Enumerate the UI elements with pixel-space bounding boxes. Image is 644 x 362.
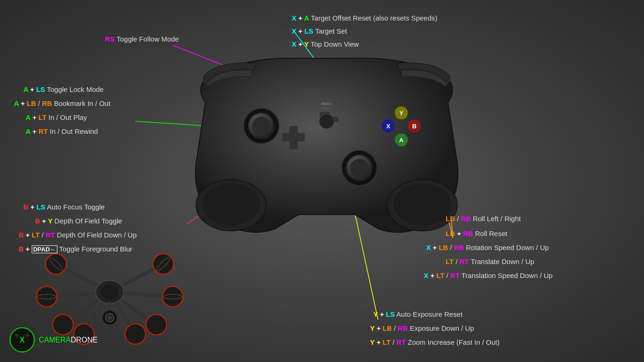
key-x: X [292, 14, 296, 22]
svg-point-44 [36, 286, 57, 307]
key-y2: Y [48, 217, 53, 225]
key-lt4: LT [436, 272, 444, 279]
label-lb-rb: Roll Left / Right [473, 215, 521, 223]
annotation-a-lb-rb: A + LB / RB Bookmark In / Out [14, 99, 111, 107]
label-a-rt: In / Out Rewind [50, 127, 98, 135]
key-b2: B [35, 217, 40, 225]
key-ls4: LS [386, 310, 395, 318]
svg-text:X: X [20, 336, 25, 344]
annotation-y-ls: Y + LS Auto Exposure Reset [373, 310, 462, 318]
key-y3: Y [373, 310, 378, 318]
annotation-a-rt: A + RT In / Out Rewind [26, 127, 98, 135]
label-x-lt-rt: Translation Speed Down / Up [462, 272, 553, 279]
annotation-b-ls: B + LS Auto Focus Toggle [23, 203, 105, 211]
key-x2: X [292, 27, 296, 35]
annotation-lb-rb: LB / RB Roll Left / Right [446, 215, 521, 223]
key-rt3: RT [460, 258, 469, 265]
key-rb4: RB [454, 244, 464, 251]
annotation-x-y: X + Y Top Down View [292, 40, 359, 48]
annotation-x-ls: X + LS Target Set [292, 27, 347, 35]
key-rb5: RB [398, 324, 408, 332]
svg-point-42 [46, 254, 66, 274]
svg-text:Pro 2: Pro 2 [323, 107, 331, 110]
svg-point-11 [202, 183, 260, 225]
logo-camera-text: CAMERA [39, 336, 70, 344]
key-rb: RB [42, 99, 52, 107]
key-x4: X [426, 244, 431, 251]
svg-point-18 [350, 159, 369, 177]
annotation-x-lb-rb: X + LB / RB Rotation Speed Down / Up [426, 244, 549, 251]
annotation-x-lt-rt: X + LT / RT Translation Speed Down / Up [424, 272, 553, 279]
svg-rect-20 [282, 133, 305, 141]
svg-point-31 [319, 114, 334, 129]
label-x-ls: Target Set [315, 27, 347, 35]
svg-text:B: B [412, 123, 416, 130]
logo-drone-text: DRONE [70, 336, 98, 344]
label-b-y: Depth Of Field Toggle [55, 217, 122, 225]
label-x-lb-rb: Rotation Speed Down / Up [466, 244, 549, 251]
label-a-lt: In / Out Play [49, 113, 87, 121]
key-lt5: LT [383, 338, 391, 346]
key-lt3: LT [446, 258, 454, 265]
label-lb-rb-reset: Roll Reset [475, 230, 507, 237]
key-a: A [304, 14, 309, 22]
label-y-ls: Auto Exposure Reset [396, 310, 462, 318]
key-rb2: RB [461, 215, 471, 223]
logo-text: CAMERADRONE [39, 336, 98, 344]
label-x-y: Top Down View [311, 40, 359, 48]
label-x-a: Target Offset Reset (also resets Speeds) [311, 14, 437, 22]
annotation-y-lt-rt: Y + LT / RT Zoom Increase (Fast In / Out… [370, 338, 499, 346]
svg-point-12 [393, 183, 451, 225]
key-rs: RS [105, 35, 115, 43]
label-y-lt-rt: Zoom Increase (Fast In / Out) [408, 338, 500, 346]
annotation-rs: RS Toggle Follow Mode [105, 35, 179, 43]
key-lb2: LB [446, 215, 455, 223]
label-rs: Toggle Follow Mode [117, 35, 179, 43]
key-lb5: LB [383, 324, 392, 332]
key-rt4: RT [450, 272, 460, 279]
annotation-a-lt: A + LT In / Out Play [26, 113, 87, 121]
svg-point-59 [107, 315, 112, 320]
key-y5: Y [370, 338, 375, 346]
key-a3: A [14, 99, 19, 107]
key-b: B [23, 203, 28, 211]
key-b4: B [19, 245, 24, 253]
svg-point-15 [252, 117, 271, 135]
key-lt: LT [38, 113, 46, 121]
label-y-lb-rb: Exposure Down / Up [410, 324, 474, 332]
svg-text:X: X [386, 123, 391, 130]
annotation-x-a: X + A Target Offset Reset (also resets S… [292, 14, 437, 22]
key-a2: A [23, 85, 28, 93]
svg-point-55 [100, 285, 119, 299]
key-lb: LB [27, 99, 36, 107]
key-rt: RT [38, 127, 48, 135]
key-a4: A [26, 113, 30, 121]
key-y4: Y [370, 324, 375, 332]
svg-text:8BitDo: 8BitDo [321, 102, 333, 106]
label-lt-rt: Translate Down / Up [471, 258, 534, 265]
key-lb3: LB [446, 230, 455, 237]
key-y: Y [304, 40, 309, 48]
svg-point-43 [153, 254, 174, 274]
annotation-y-lb-rb: Y + LB / RB Exposure Down / Up [370, 324, 474, 332]
annotation-a-ls: A + LS Toggle Lock Mode [23, 85, 104, 93]
annotation-lb-rb-reset: LB + RB Roll Reset [446, 230, 507, 237]
key-rb3: RB [463, 230, 473, 237]
key-ls2: LS [36, 85, 45, 93]
annotation-lt-rt: LT / RT Translate Down / Up [446, 258, 534, 265]
key-ls3: LS [36, 203, 45, 211]
key-x5: X [424, 272, 428, 279]
svg-point-47 [146, 314, 167, 335]
key-rt5: RT [397, 338, 406, 346]
key-lb4: LB [439, 244, 448, 251]
svg-point-49 [125, 324, 146, 344]
key-x3: X [292, 40, 296, 48]
label-a-lb-rb: Bookmark In / Out [54, 99, 111, 107]
key-ls: LS [304, 27, 313, 35]
xbox-logo-icon: X [9, 327, 35, 353]
label-b-ls: Auto Focus Toggle [47, 203, 105, 211]
key-b3: B [19, 231, 24, 239]
svg-text:Y: Y [399, 110, 404, 117]
svg-point-45 [162, 286, 183, 307]
annotation-b-y: B + Y Depth Of Field Toggle [35, 217, 122, 225]
